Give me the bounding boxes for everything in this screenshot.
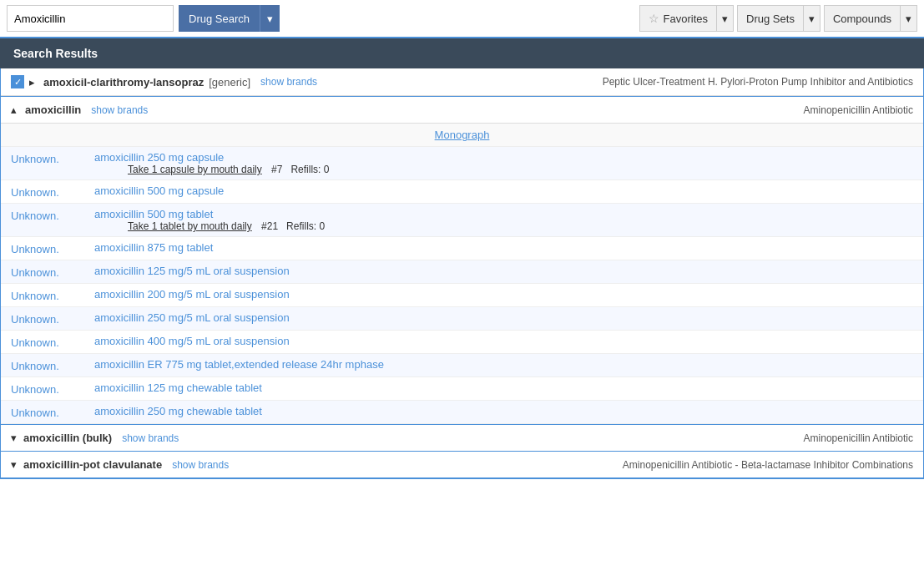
drug-name-link[interactable]: amoxicillin 125 mg/5 mL oral suspension bbox=[94, 265, 290, 277]
group-row-amoxicillin-bulk: ▾ amoxicillin (bulk) show brands Aminope… bbox=[1, 425, 923, 452]
drug-sets-label: Drug Sets bbox=[738, 6, 803, 31]
group-name: amoxicillin bbox=[25, 104, 81, 116]
drug-unknown[interactable]: Unknown. bbox=[11, 358, 94, 372]
group-row-amoxicil-clarithromy: ✓ ▸ amoxicil-clarithromy-lansopraz [gene… bbox=[1, 68, 923, 96]
drug-unknown[interactable]: Unknown. bbox=[11, 184, 94, 199]
drug-item: Unknown. amoxicillin 250 mg chewable tab… bbox=[1, 401, 923, 424]
drug-item: Unknown. amoxicillin ER 775 mg tablet,ex… bbox=[1, 354, 923, 377]
group-category: Aminopenicillin Antibiotic bbox=[804, 432, 913, 444]
compounds-dropdown-arrow[interactable]: ▾ bbox=[900, 6, 916, 31]
drug-item: Unknown. amoxicillin 250 mg capsule Take… bbox=[1, 147, 923, 180]
drug-item: Unknown. amoxicillin 500 mg capsule bbox=[1, 180, 923, 204]
drug-name-link[interactable]: amoxicillin 250 mg/5 mL oral suspension bbox=[94, 311, 290, 324]
compounds-label: Compounds bbox=[825, 6, 900, 31]
header-right-buttons: ☆ Favorites ▾ Drug Sets ▾ Compounds ▾ bbox=[639, 5, 917, 32]
favorites-button[interactable]: ☆ Favorites ▾ bbox=[639, 5, 734, 32]
group-category: Aminopenicillin Antibiotic - Beta-lactam… bbox=[623, 459, 913, 471]
group-amoxicillin-expanded: ▴ amoxicillin show brands Aminopenicilli… bbox=[1, 96, 923, 425]
drug-sets-button[interactable]: Drug Sets ▾ bbox=[737, 5, 820, 32]
drug-detail: amoxicillin 125 mg/5 mL oral suspension bbox=[94, 265, 913, 277]
search-results-title: Search Results bbox=[13, 47, 98, 60]
search-input[interactable] bbox=[7, 5, 174, 32]
drug-unknown[interactable]: Unknown. bbox=[11, 241, 94, 255]
drug-detail: amoxicillin 250 mg/5 mL oral suspension bbox=[94, 311, 913, 324]
drug-name-link[interactable]: amoxicillin 200 mg/5 mL oral suspension bbox=[94, 288, 290, 301]
drug-detail: amoxicillin 875 mg tablet bbox=[94, 241, 913, 254]
monograph-row: Monograph bbox=[1, 124, 923, 147]
show-brands-link[interactable]: show brands bbox=[260, 76, 317, 88]
drug-sig: Take 1 tablet by mouth daily bbox=[111, 220, 252, 232]
drug-detail: amoxicillin 250 mg capsule Take 1 capsul… bbox=[94, 151, 913, 175]
drug-qty: #21 Refills: 0 bbox=[259, 220, 325, 232]
drug-name-link[interactable]: amoxicillin 875 mg tablet bbox=[94, 241, 213, 254]
drug-name-link[interactable]: amoxicillin 500 mg capsule bbox=[94, 184, 224, 197]
drug-item: Unknown. amoxicillin 875 mg tablet bbox=[1, 237, 923, 260]
expanded-group-header: ▴ amoxicillin show brands Aminopenicilli… bbox=[1, 97, 923, 124]
drug-qty: #7 Refills: 0 bbox=[269, 164, 330, 175]
drug-detail: amoxicillin 400 mg/5 mL oral suspension bbox=[94, 335, 913, 347]
drug-item: Unknown. amoxicillin 125 mg chewable tab… bbox=[1, 377, 923, 401]
drug-unknown[interactable]: Unknown. bbox=[11, 151, 94, 165]
favorites-dropdown-arrow[interactable]: ▾ bbox=[716, 6, 733, 31]
drug-detail: amoxicillin 250 mg chewable tablet bbox=[94, 405, 913, 417]
drug-name-link[interactable]: amoxicillin 400 mg/5 mL oral suspension bbox=[94, 335, 290, 347]
compounds-button[interactable]: Compounds ▾ bbox=[824, 5, 917, 32]
drug-unknown[interactable]: Unknown. bbox=[11, 381, 94, 396]
group-left: ▾ amoxicillin-pot clavulanate show brand… bbox=[11, 458, 303, 471]
expand-icon[interactable]: ▾ bbox=[11, 432, 17, 444]
drug-unknown[interactable]: Unknown. bbox=[11, 405, 94, 419]
collapse-expand-icon[interactable]: ▸ bbox=[29, 76, 35, 88]
drug-name-link[interactable]: amoxicillin 500 mg tablet bbox=[94, 208, 213, 220]
drug-sig: Take 1 capsule by mouth daily bbox=[111, 164, 262, 175]
drug-detail: amoxicillin 200 mg/5 mL oral suspension bbox=[94, 288, 913, 301]
drug-unknown[interactable]: Unknown. bbox=[11, 335, 94, 349]
drug-unknown[interactable]: Unknown. bbox=[11, 288, 94, 302]
drug-search-button[interactable]: Drug Search ▾ bbox=[179, 5, 280, 32]
star-icon: ☆ bbox=[649, 12, 659, 25]
drug-unknown[interactable]: Unknown. bbox=[11, 265, 94, 279]
group-left: ▾ amoxicillin (bulk) show brands bbox=[11, 432, 303, 444]
drug-name-link[interactable]: amoxicillin 250 mg chewable tablet bbox=[94, 405, 262, 417]
drug-sig-row: Take 1 capsule by mouth daily #7 Refills… bbox=[94, 164, 913, 175]
header: Drug Search ▾ ☆ Favorites ▾ Drug Sets ▾ … bbox=[0, 0, 924, 38]
show-brands-link[interactable]: show brands bbox=[91, 104, 148, 116]
group-name: amoxicillin-pot clavulanate bbox=[23, 458, 162, 471]
drug-item: Unknown. amoxicillin 200 mg/5 mL oral su… bbox=[1, 284, 923, 307]
group-category: Aminopenicillin Antibiotic bbox=[804, 104, 913, 116]
expand-icon[interactable]: ▾ bbox=[11, 458, 17, 471]
drug-detail: amoxicillin 125 mg chewable tablet bbox=[94, 381, 913, 394]
monograph-link[interactable]: Monograph bbox=[435, 129, 490, 141]
group-left: ✓ ▸ amoxicil-clarithromy-lansopraz [gene… bbox=[11, 75, 317, 88]
drug-search-dropdown-arrow[interactable]: ▾ bbox=[260, 5, 280, 32]
group-checkbox[interactable]: ✓ bbox=[11, 75, 24, 88]
show-brands-link[interactable]: show brands bbox=[122, 432, 179, 444]
group-category: Peptic Ulcer-Treatment H. Pylori-Proton … bbox=[603, 76, 913, 88]
drug-sig-row: Take 1 tablet by mouth daily #21 Refills… bbox=[94, 220, 913, 232]
drug-sets-dropdown-arrow[interactable]: ▾ bbox=[803, 6, 820, 31]
group-name: amoxicil-clarithromy-lansopraz bbox=[43, 76, 204, 88]
drug-detail: amoxicillin 500 mg tablet Take 1 tablet … bbox=[94, 208, 913, 232]
drug-name-link[interactable]: amoxicillin 125 mg chewable tablet bbox=[94, 381, 262, 394]
drug-name-link[interactable]: amoxicillin 250 mg capsule bbox=[94, 151, 224, 164]
drug-search-label: Drug Search bbox=[179, 5, 260, 32]
drug-detail: amoxicillin 500 mg capsule bbox=[94, 184, 913, 197]
collapse-icon[interactable]: ▴ bbox=[11, 104, 17, 116]
drug-unknown[interactable]: Unknown. bbox=[11, 208, 94, 222]
drug-item: Unknown. amoxicillin 250 mg/5 mL oral su… bbox=[1, 307, 923, 331]
drug-item: Unknown. amoxicillin 400 mg/5 mL oral su… bbox=[1, 331, 923, 354]
drug-detail: amoxicillin ER 775 mg tablet,extended re… bbox=[94, 358, 913, 371]
group-left: ▴ amoxicillin show brands bbox=[11, 104, 303, 116]
drug-unknown[interactable]: Unknown. bbox=[11, 311, 94, 326]
main-content: ✓ ▸ amoxicil-clarithromy-lansopraz [gene… bbox=[0, 68, 924, 479]
group-row-amoxicillin-pot-clavulanate: ▾ amoxicillin-pot clavulanate show brand… bbox=[1, 452, 923, 478]
drug-item: Unknown. amoxicillin 125 mg/5 mL oral su… bbox=[1, 260, 923, 284]
group-name: amoxicillin (bulk) bbox=[23, 432, 112, 444]
search-results-header: Search Results bbox=[0, 38, 924, 68]
show-brands-link[interactable]: show brands bbox=[172, 459, 229, 471]
drug-item: Unknown. amoxicillin 500 mg tablet Take … bbox=[1, 204, 923, 237]
favorites-label: ☆ Favorites bbox=[640, 6, 716, 31]
drug-name-link[interactable]: amoxicillin ER 775 mg tablet,extended re… bbox=[94, 358, 384, 371]
generic-badge: [generic] bbox=[209, 76, 250, 88]
